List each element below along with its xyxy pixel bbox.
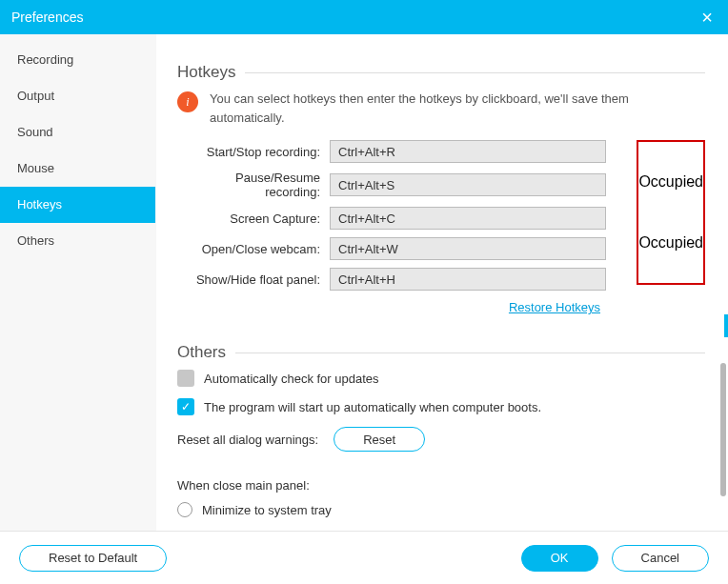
restore-hotkeys-link[interactable]: Restore Hotkeys (177, 300, 600, 314)
hotkey-row-float-panel: Show/Hide float panel: (177, 268, 629, 291)
sidebar-item-sound[interactable]: Sound (0, 114, 155, 151)
hotkey-input-start-stop[interactable] (330, 140, 606, 163)
status-highlight-box: Occupied Occupied (637, 140, 705, 285)
hotkey-row-pause-resume: Pause/Resume recording: (177, 171, 629, 199)
close-panel-label: When close main panel: (177, 478, 705, 493)
hotkey-label: Open/Close webcam: (177, 242, 330, 256)
hotkey-label: Start/Stop recording: (177, 145, 330, 159)
hotkey-label: Screen Capture: (177, 211, 330, 226)
sidebar-item-hotkeys[interactable]: Hotkeys (0, 187, 155, 223)
sidebar-item-mouse[interactable]: Mouse (0, 151, 155, 187)
scroll-accent-icon (724, 314, 728, 337)
close-icon[interactable]: × (698, 7, 717, 29)
radio-label: Minimize to system tray (202, 503, 332, 517)
window-title: Preferences (11, 10, 83, 25)
reset-default-button[interactable]: Reset to Default (19, 545, 167, 572)
reset-warnings-button[interactable]: Reset (334, 427, 425, 452)
info-icon: i (177, 91, 198, 112)
hotkey-row-start-stop: Start/Stop recording: (177, 140, 629, 163)
footer: Reset to Default OK Cancel (0, 531, 728, 584)
checkbox-auto-update[interactable] (177, 370, 194, 387)
hotkey-row-screen-capture: Screen Capture: (177, 207, 629, 230)
hotkey-input-pause-resume[interactable] (330, 173, 606, 196)
sidebar: Recording Output Sound Mouse Hotkeys Oth… (0, 34, 156, 531)
hotkey-label: Pause/Resume recording: (177, 171, 330, 199)
hotkey-input-float-panel[interactable] (330, 268, 606, 291)
section-title-hotkeys: Hotkeys (177, 63, 705, 82)
main-panel: Hotkeys i You can select hotkeys then en… (156, 34, 728, 531)
sidebar-item-recording[interactable]: Recording (0, 42, 155, 78)
hotkey-status: Occupied (638, 173, 703, 191)
checkbox-autostart[interactable]: ✓ (177, 398, 194, 415)
checkbox-label: Automatically check for updates (204, 372, 379, 386)
section-title-others: Others (177, 343, 705, 362)
hotkey-label: Show/Hide float panel: (177, 272, 330, 287)
ok-button[interactable]: OK (521, 545, 598, 572)
sidebar-item-others[interactable]: Others (0, 223, 155, 259)
hotkey-input-screen-capture[interactable] (330, 207, 606, 230)
divider (245, 72, 705, 73)
radio-minimize-tray[interactable] (177, 502, 192, 517)
titlebar: Preferences × (0, 0, 728, 34)
hotkeys-heading: Hotkeys (177, 63, 235, 82)
hotkey-row-webcam: Open/Close webcam: (177, 237, 629, 260)
others-heading: Others (177, 343, 226, 362)
cancel-button[interactable]: Cancel (612, 545, 709, 572)
hotkey-input-webcam[interactable] (330, 237, 606, 260)
hotkey-status: Occupied (638, 234, 703, 252)
scrollbar-thumb[interactable] (720, 363, 726, 496)
divider (235, 352, 705, 353)
checkbox-label: The program will start up automatically … (204, 400, 541, 414)
sidebar-item-output[interactable]: Output (0, 78, 155, 114)
info-text: You can select hotkeys then enter the ho… (210, 90, 705, 127)
reset-warnings-label: Reset all dialog warnings: (177, 433, 318, 447)
